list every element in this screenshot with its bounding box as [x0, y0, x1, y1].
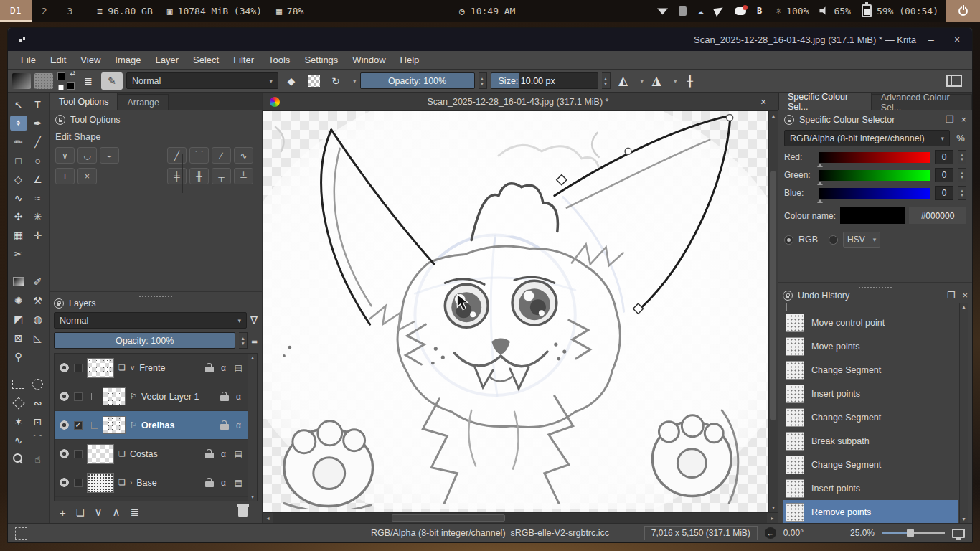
undo-item[interactable]: Insert points: [783, 476, 958, 500]
minimize-button[interactable]: –: [920, 30, 942, 49]
lock-icon[interactable]: [220, 395, 229, 401]
brush-presets-button[interactable]: ≣: [79, 72, 98, 90]
layer-checkbox[interactable]: [74, 450, 83, 458]
undo-item-selected[interactable]: Remove points: [783, 500, 958, 523]
scroll-down-icon[interactable]: ▾: [962, 516, 965, 522]
cloud-icon[interactable]: ☁: [697, 4, 704, 17]
visibility-icon[interactable]: [59, 391, 70, 402]
scroll-up-icon[interactable]: ▴: [251, 354, 254, 361]
canvas-rotation-icon[interactable]: ←: [765, 527, 776, 539]
gradient-chooser-button[interactable]: [12, 73, 31, 89]
mirror-vertical-button[interactable]: ◮: [647, 72, 666, 90]
blue-spinner[interactable]: ▲▼: [958, 186, 966, 200]
chevron-down-icon[interactable]: ▾: [674, 77, 677, 85]
smooth-point-button[interactable]: ◡: [77, 147, 97, 164]
foreground-color[interactable]: [57, 72, 65, 80]
menu-edit[interactable]: Edit: [43, 51, 73, 70]
layer-checkbox[interactable]: [74, 392, 83, 401]
close-docker-icon[interactable]: ×: [961, 114, 966, 125]
wifi-icon[interactable]: [657, 7, 668, 15]
document-tab-bar[interactable]: Scan_2025-12-28_16-01-43.jpg (317.1 MiB)…: [263, 93, 778, 111]
move-layer-down-button[interactable]: ∨: [94, 506, 102, 519]
bluetooth-icon[interactable]: B: [757, 6, 762, 16]
float-docker-icon[interactable]: ❐: [946, 114, 954, 125]
freehand-selection-tool[interactable]: ∾: [29, 395, 47, 410]
menu-image[interactable]: Image: [108, 51, 148, 70]
layer-styles-icon[interactable]: ▤: [233, 363, 244, 373]
zoom-tool[interactable]: [10, 451, 27, 466]
workspace-3[interactable]: 3: [57, 0, 83, 22]
visibility-icon[interactable]: [59, 420, 70, 430]
menu-window[interactable]: Window: [345, 51, 392, 70]
edit-shapes-tool[interactable]: ⌖: [10, 116, 27, 131]
transform-tool[interactable]: ▦: [10, 227, 27, 242]
green-slider[interactable]: [819, 170, 930, 181]
undo-item[interactable]: Change Segment: [783, 405, 958, 429]
break-at-segment-button[interactable]: ╫: [189, 168, 209, 184]
undo-item[interactable]: Change Segment: [783, 358, 958, 382]
measure-tool[interactable]: ◺: [29, 330, 47, 345]
horizontal-scroll-track[interactable]: [273, 513, 767, 523]
layer-row-vector-layer-1[interactable]: ⚐ Vector Layer 1 α: [55, 382, 257, 411]
float-docker-icon[interactable]: ❐: [947, 290, 956, 301]
join-with-segment-button[interactable]: ╤: [212, 168, 231, 184]
zoom-slider-thumb[interactable]: [907, 529, 914, 537]
foreground-background-colors[interactable]: ⇄: [57, 72, 75, 90]
undo-item[interactable]: Move control point: [783, 311, 958, 334]
spin-down-icon[interactable]: ▼: [241, 341, 245, 346]
brightness-indicator[interactable]: ☼100%: [776, 6, 809, 17]
telegram-icon[interactable]: [713, 5, 725, 17]
lock-icon[interactable]: [220, 424, 229, 430]
layer-row-base[interactable]: ❏ › Base α ▤: [55, 468, 257, 497]
duplicate-layer-button[interactable]: ❏: [76, 507, 85, 518]
layer-menu-icon[interactable]: ≡: [251, 334, 258, 347]
pattern-edit-tool[interactable]: ✺: [10, 293, 27, 308]
menu-view[interactable]: View: [73, 51, 108, 70]
percent-toggle[interactable]: %: [955, 133, 966, 143]
corner-point-button[interactable]: ∨: [55, 147, 75, 164]
horizontal-scrollbar-thumb[interactable]: [392, 514, 505, 522]
spin-down-icon[interactable]: ▼: [480, 81, 484, 86]
polyline-tool[interactable]: ∠: [29, 171, 47, 187]
scroll-right-icon[interactable]: ▸: [767, 515, 778, 522]
blue-value[interactable]: 0: [935, 186, 953, 200]
smart-patch-tool[interactable]: ⚒: [29, 293, 47, 308]
contiguous-selection-tool[interactable]: ⊡: [29, 414, 47, 429]
colour-model-dropdown[interactable]: RGB/Alpha (8-bit integer/channel)▾: [784, 130, 950, 146]
lock-docker-icon[interactable]: [784, 115, 794, 125]
visibility-icon[interactable]: [59, 477, 70, 488]
bezier-curve-tool[interactable]: ∿: [10, 190, 27, 205]
swap-colors-icon[interactable]: ⇄: [70, 70, 75, 77]
rgb-radio[interactable]: [784, 235, 793, 245]
select-shapes-tool[interactable]: ↖: [10, 97, 27, 112]
rectangle-tool[interactable]: □: [10, 153, 27, 168]
lock-docker-icon[interactable]: [55, 115, 65, 125]
chevron-down-icon[interactable]: ▾: [641, 77, 644, 85]
scroll-up-icon[interactable]: ▴: [772, 113, 775, 119]
spin-up-icon[interactable]: ▲: [480, 76, 484, 81]
lock-docker-icon[interactable]: [54, 298, 64, 309]
similar-color-selection-tool[interactable]: ✶: [10, 414, 27, 429]
line-tool[interactable]: ╱: [29, 134, 47, 149]
spin-up-icon[interactable]: ▲: [603, 76, 608, 81]
alpha-icon[interactable]: α: [233, 420, 244, 430]
menu-select[interactable]: Select: [186, 51, 226, 70]
tray-icon[interactable]: [679, 6, 687, 16]
freehand-path-tool[interactable]: ≈: [29, 190, 47, 205]
lock-icon[interactable]: [205, 453, 214, 458]
tab-tool-options[interactable]: Tool Options: [50, 93, 118, 110]
reset-colors[interactable]: [58, 85, 64, 90]
layer-opacity-slider[interactable]: Opacity: 100%: [54, 332, 235, 349]
docker-drag-handle[interactable]: [139, 296, 172, 297]
multibrush-tool[interactable]: ✳: [29, 209, 47, 224]
layer-opacity-spinner[interactable]: ▲▼: [239, 332, 248, 349]
hsx-radio[interactable]: [829, 235, 838, 245]
pattern-chooser-button[interactable]: [34, 73, 53, 89]
add-layer-button[interactable]: +: [60, 507, 66, 519]
text-tool[interactable]: T: [29, 97, 47, 112]
workspace-chooser-icon[interactable]: [946, 75, 962, 87]
layer-list-scrollbar[interactable]: ▴▾: [248, 354, 257, 501]
layer-checkbox[interactable]: [74, 479, 83, 487]
opacity-spinner[interactable]: ▲▼: [479, 72, 487, 89]
crop-tool[interactable]: ✂: [10, 246, 27, 261]
